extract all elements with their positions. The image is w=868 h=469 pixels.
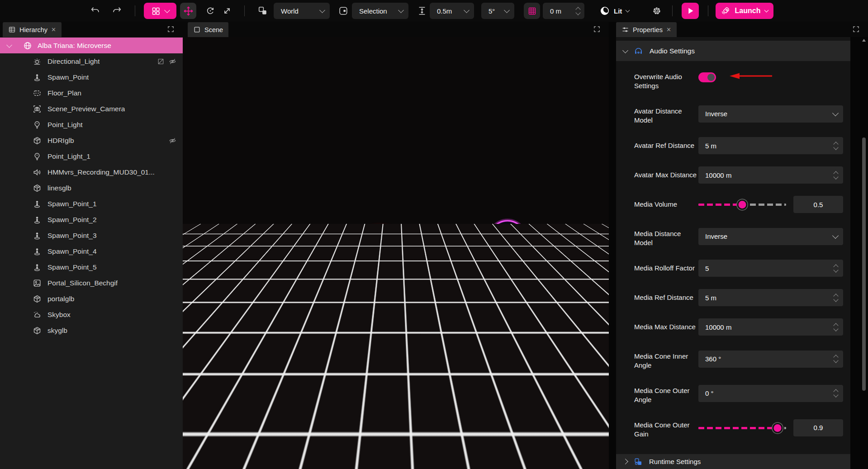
key-g: G bbox=[291, 450, 301, 460]
field-label: Media Distance Model bbox=[634, 225, 698, 247]
close-icon[interactable]: ✕ bbox=[666, 26, 671, 33]
media-cone-inner-angle-stepper[interactable]: 360 ° bbox=[698, 351, 843, 368]
tree-item[interactable]: Point_Light bbox=[0, 117, 183, 133]
scene-objects: X Z Y bbox=[183, 37, 609, 469]
field-row: Media Cone Inner Angle 360 ° bbox=[634, 348, 843, 370]
tree-item-label: HDRIglb bbox=[47, 137, 74, 145]
eye-slash-icon[interactable] bbox=[169, 137, 176, 144]
media-cone-outer-gain-slider[interactable] bbox=[698, 419, 786, 436]
stepper-arrows-icon[interactable] bbox=[834, 172, 838, 179]
redo-button[interactable] bbox=[110, 4, 123, 18]
slider-knob[interactable] bbox=[737, 199, 748, 210]
chevron-down-icon bbox=[319, 7, 325, 13]
tree-item[interactable]: skyglb bbox=[0, 322, 183, 338]
viewport-3d[interactable]: X Z Y FFocus Q ERotate GGrab EscDeselect bbox=[183, 37, 609, 469]
spawn-icon bbox=[33, 215, 42, 224]
height-snap-stepper[interactable]: 0 m bbox=[543, 3, 584, 19]
tree-item-label: portalglb bbox=[47, 295, 74, 303]
close-icon[interactable]: ✕ bbox=[51, 26, 56, 33]
pivot-mode-select[interactable]: Selection bbox=[352, 3, 408, 19]
undo-button[interactable] bbox=[89, 4, 102, 18]
tab-scene[interactable]: Scene bbox=[188, 22, 228, 37]
eye-slash-icon[interactable] bbox=[169, 57, 176, 65]
expand-icon[interactable] bbox=[593, 25, 601, 33]
stepper-arrows-icon[interactable] bbox=[576, 8, 580, 14]
chevron-down-icon bbox=[464, 7, 470, 13]
stepper-arrows-icon[interactable] bbox=[834, 142, 838, 149]
settings-button[interactable] bbox=[650, 4, 664, 18]
launch-button[interactable]: Launch bbox=[716, 3, 773, 19]
tree-item[interactable]: Directional_Light bbox=[0, 53, 183, 69]
tree-item-label: linesglb bbox=[47, 184, 71, 192]
tree-item[interactable]: HMMvrs_Recording_MUD30_01... bbox=[0, 164, 183, 180]
stepper-arrows-icon[interactable] bbox=[834, 265, 838, 272]
tree-item[interactable]: linesglb bbox=[0, 180, 183, 196]
transform-space-value: World bbox=[281, 7, 299, 15]
move-snap-select[interactable]: 0.5m bbox=[430, 3, 474, 19]
grid-snap-toggle[interactable] bbox=[524, 3, 540, 19]
key-f: F bbox=[190, 450, 200, 460]
field-label: Media Cone Outer Gain bbox=[634, 417, 698, 439]
tree-item[interactable]: Skybox bbox=[0, 307, 183, 322]
stepper-arrows-icon[interactable] bbox=[834, 324, 838, 331]
rotate-tool-button[interactable] bbox=[204, 4, 217, 18]
expand-icon[interactable] bbox=[852, 25, 860, 33]
tree-item[interactable]: Spawn_Point_3 bbox=[0, 227, 183, 243]
scale-tool-button[interactable] bbox=[220, 4, 234, 18]
tree-item[interactable]: Spawn_Point_4 bbox=[0, 243, 183, 259]
square-slash-icon[interactable] bbox=[157, 57, 165, 65]
transform-space-icon bbox=[256, 4, 270, 18]
tree-item[interactable]: HDRIglb bbox=[0, 133, 183, 148]
stepper-arrows-icon[interactable] bbox=[834, 294, 838, 301]
play-button[interactable] bbox=[682, 3, 699, 19]
tree-item[interactable]: Spawn_Point_1 bbox=[0, 196, 183, 212]
stepper-value: 10000 m bbox=[705, 171, 731, 179]
overwrite-audio-toggle[interactable] bbox=[698, 72, 716, 82]
tree-item-root[interactable]: Alba Triana: Microverse bbox=[0, 38, 183, 53]
runtime-settings-section-header[interactable]: Runtime Settings bbox=[616, 454, 850, 469]
tab-hierarchy[interactable]: Hierarchy ✕ bbox=[3, 22, 62, 37]
slider-knob[interactable] bbox=[772, 423, 783, 433]
media-rolloff-factor-stepper[interactable]: 5 bbox=[698, 260, 843, 277]
field-row: Media Max Distance 10000 m bbox=[634, 318, 843, 336]
expand-icon[interactable] bbox=[167, 25, 175, 33]
tree-item[interactable]: Floor_Plan bbox=[0, 85, 183, 101]
tab-hierarchy-label: Hierarchy bbox=[19, 26, 47, 33]
tree-item[interactable]: Portal_Silicon_Bechgif bbox=[0, 275, 183, 291]
tree-item[interactable]: Spawn_Point_2 bbox=[0, 212, 183, 227]
stepper-arrows-icon[interactable] bbox=[834, 390, 838, 397]
media-ref-distance-stepper[interactable]: 5 m bbox=[698, 289, 843, 306]
toolbar-divider bbox=[672, 5, 673, 16]
tree-item-label: Directional_Light bbox=[47, 57, 100, 66]
media-cone-outer-gain-value[interactable]: 0.9 bbox=[793, 419, 843, 436]
asset-library-button[interactable] bbox=[144, 3, 176, 19]
media-max-distance-stepper[interactable]: 10000 m bbox=[698, 318, 843, 336]
rotate-snap-select[interactable]: 5° bbox=[481, 3, 514, 19]
avatar-max-distance-stepper[interactable]: 10000 m bbox=[698, 166, 843, 184]
tree-item[interactable]: Spawn_Point_5 bbox=[0, 259, 183, 275]
tree-item[interactable]: Scene_Preview_Camera bbox=[0, 101, 183, 117]
properties-scrollbar[interactable] bbox=[861, 38, 867, 469]
scroll-up-icon[interactable] bbox=[862, 39, 866, 42]
media-cone-outer-angle-stepper[interactable]: 0 ° bbox=[698, 385, 843, 402]
shading-mode-select[interactable]: Lit bbox=[598, 3, 635, 19]
avatar-distance-model-select[interactable]: Inverse bbox=[698, 105, 843, 123]
avatar-ref-distance-stepper[interactable]: 5 m bbox=[698, 137, 843, 154]
media-volume-slider[interactable] bbox=[698, 196, 786, 213]
tree-item[interactable]: Spawn_Point bbox=[0, 69, 183, 85]
stepper-value: 5 m bbox=[705, 142, 716, 150]
tree-item[interactable]: Point_Light_1 bbox=[0, 148, 183, 164]
stepper-arrows-icon[interactable] bbox=[834, 355, 838, 362]
scrollbar-thumb[interactable] bbox=[862, 137, 866, 391]
tab-properties[interactable]: Properties ✕ bbox=[616, 22, 677, 37]
cube-icon bbox=[33, 136, 42, 145]
media-volume-value[interactable]: 0.5 bbox=[793, 196, 843, 213]
properties-content: Audio Settings Overwrite Audio Settings … bbox=[616, 37, 850, 469]
transform-space-select[interactable]: World bbox=[274, 3, 330, 19]
tree-item-label: Spawn_Point_5 bbox=[47, 263, 97, 271]
move-tool-button[interactable] bbox=[180, 3, 196, 19]
tree-item[interactable]: portalglb bbox=[0, 291, 183, 307]
audio-settings-section-header[interactable]: Audio Settings bbox=[616, 41, 850, 61]
hierarchy-tabstrip: Hierarchy ✕ bbox=[0, 22, 183, 37]
media-distance-model-select[interactable]: Inverse bbox=[698, 228, 843, 245]
